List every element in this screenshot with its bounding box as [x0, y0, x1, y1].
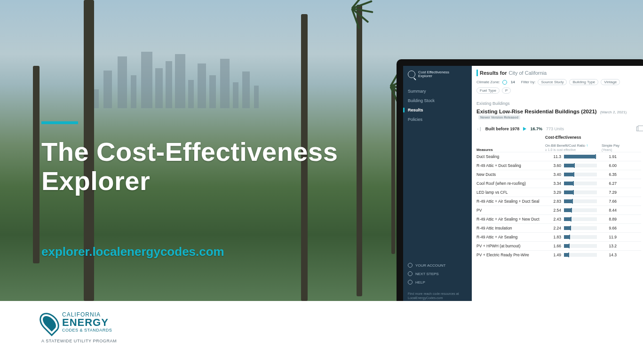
section-eyebrow: Existing Buildings — [476, 101, 641, 106]
chip-more[interactable]: P — [502, 87, 511, 94]
sidebar-link-help[interactable]: HELP — [408, 280, 467, 285]
section-title: Existing Low-Rise Residential Buildings … — [476, 109, 641, 120]
ratio-bar — [564, 173, 597, 176]
ratio-bar — [564, 164, 597, 167]
accent-tick — [476, 70, 478, 76]
sidebar-link-label: YOUR ACCOUNT — [415, 263, 445, 268]
ratio-value: 1.83 — [545, 235, 561, 239]
logo-line: CODES & STANDARDS — [62, 328, 112, 332]
app-screen: Cost Effectiveness Explorer Summary Buil… — [403, 66, 643, 301]
table-row[interactable]: PV2.548.44 — [476, 206, 641, 214]
slide-title: The Cost-Effectiveness Explorer — [41, 137, 338, 195]
section-date: (March 2, 2021) — [600, 110, 627, 114]
filter-bar: Climate Zone: 14 Filter by: Source Study… — [476, 79, 641, 94]
ratio-value: 2.43 — [545, 217, 561, 222]
sidebar-link-next-steps[interactable]: NEXT STEPS — [408, 271, 467, 276]
measure-name: R-49 Attic + Duct Sealing — [476, 163, 542, 168]
table-row[interactable]: R-49 Attic + Air Sealing1.8311.9 — [476, 232, 641, 241]
search-icon — [408, 71, 415, 78]
sidebar-link-account[interactable]: YOUR ACCOUNT — [408, 263, 467, 268]
table-row[interactable]: LED lamp vs CFL3.297.29 — [476, 188, 641, 197]
sidebar-link-label: NEXT STEPS — [415, 272, 439, 276]
table-row[interactable]: PV + HPWH (at burnout)1.6613.2 — [476, 241, 641, 250]
col-measures[interactable]: Measures — [476, 148, 542, 152]
table-row[interactable]: Cool Roof (when re-roofing)3.346.27 — [476, 179, 641, 188]
measure-name: R-49 Attic + Air Sealing — [476, 235, 542, 239]
laptop-mockup: Cost Effectiveness Explorer Summary Buil… — [397, 59, 643, 301]
measure-name: Cool Roof (when re-roofing) — [476, 181, 542, 186]
chip-vintage[interactable]: Vintage — [601, 79, 620, 85]
footer: CALIFORNIA ENERGY CODES & STANDARDS A ST… — [0, 301, 643, 364]
payback-value: 14.3 — [600, 253, 617, 257]
table-row[interactable]: R-49 Attic + Air Sealing + New Duct2.438… — [476, 214, 641, 223]
payback-value: 9.66 — [600, 226, 617, 230]
arrow-right-icon — [408, 271, 413, 276]
measure-name: Duct Sealing — [476, 154, 542, 159]
payback-value: 7.29 — [600, 190, 617, 195]
page-heading: Results for City of California — [476, 70, 641, 76]
sidebar-nav: Summary Building Stock Results Policies — [408, 89, 467, 122]
laptop-bezel: Cost Effectiveness Explorer Summary Buil… — [397, 59, 643, 301]
chip-fuel-type[interactable]: Fuel Type — [476, 87, 500, 94]
vintage-group-pct: 16.7% — [530, 127, 542, 131]
version-badge[interactable]: Newer Version Released — [478, 115, 520, 119]
app-brand: Cost Effectiveness Explorer — [408, 71, 467, 79]
col-group-cost-effectiveness: Cost-Effectiveness — [545, 135, 621, 140]
sidebar-item-summary[interactable]: Summary — [408, 89, 467, 94]
climate-zone-label: Climate Zone: — [476, 80, 500, 84]
chip-source-study[interactable]: Source Study — [538, 79, 567, 85]
ratio-value: 3.60 — [545, 163, 561, 168]
copy-icon[interactable] — [636, 127, 641, 131]
ratio-value: 1.49 — [545, 253, 561, 257]
table-row[interactable]: PV + Electric Ready Pre-Wire1.4914.3 — [476, 250, 641, 259]
hero-background: The Cost-Effectiveness Explorer explorer… — [0, 0, 643, 301]
climate-zone-value[interactable]: 14 — [511, 80, 515, 84]
title-line: Explorer — [41, 166, 150, 196]
measure-name: R-49 Attic Insulation — [476, 226, 542, 230]
col-payback[interactable]: Simple Pay (Years) — [602, 143, 621, 152]
vintage-group-units: 773 Units — [546, 127, 564, 131]
ratio-value: 2.54 — [545, 208, 561, 213]
section-title-text: Existing Low-Rise Residential Buildings … — [476, 109, 597, 114]
ratio-value: 3.34 — [545, 181, 561, 186]
ratio-value: 2.24 — [545, 226, 561, 230]
measure-name: LED lamp vs CFL — [476, 190, 542, 195]
footer-logo: CALIFORNIA ENERGY CODES & STANDARDS — [41, 311, 112, 334]
slide-url: explorer.localenergycodes.com — [41, 245, 224, 259]
palm-fronds — [343, 0, 381, 21]
results-city: City of California — [508, 70, 547, 76]
brand-line: Explorer — [418, 74, 432, 78]
play-icon[interactable] — [523, 127, 526, 131]
table-row[interactable]: R-49 Attic + Duct Sealing3.606.00 — [476, 161, 641, 170]
table-row[interactable]: Duct Sealing11.31.91 — [476, 152, 641, 161]
app-sidebar: Cost Effectiveness Explorer Summary Buil… — [403, 66, 472, 301]
measure-name: PV — [476, 208, 542, 213]
logo-line: ENERGY — [62, 318, 112, 328]
ratio-bar — [564, 182, 597, 185]
info-icon — [408, 280, 413, 285]
brand-text: Cost Effectiveness Explorer — [418, 71, 449, 79]
table-row[interactable]: New Ducts3.406.35 — [476, 170, 641, 179]
app-main: Results for City of California Climate Z… — [472, 66, 643, 301]
slide: The Cost-Effectiveness Explorer explorer… — [0, 0, 643, 364]
sidebar-item-policies[interactable]: Policies — [408, 117, 467, 122]
payback-value: 13.2 — [600, 244, 617, 248]
chip-building-type[interactable]: Building Type — [569, 79, 598, 85]
gear-icon — [408, 263, 413, 268]
sidebar-footer-link[interactable]: LocalEnergyCodes.com — [408, 296, 443, 300]
col-payback-sub: (Years) — [602, 148, 612, 151]
payback-value: 11.9 — [600, 235, 617, 239]
sidebar-item-results[interactable]: Results — [408, 108, 467, 112]
ratio-bar — [564, 199, 597, 203]
title-line: The Cost-Effectiveness — [41, 137, 338, 166]
collapse-icon[interactable]: -| — [476, 127, 482, 131]
ratio-bar — [564, 235, 597, 239]
table-row[interactable]: R-49 Attic + Air Sealing + Duct Seal2.83… — [476, 197, 641, 206]
col-ratio-sub: ≥ 1.0 is cost effective — [545, 148, 576, 151]
payback-value: 8.44 — [600, 208, 617, 213]
table-row[interactable]: R-49 Attic Insulation2.249.66 — [476, 223, 641, 232]
col-ratio[interactable]: On-Bill Benefit/Cost Ratio↑ ≥ 1.0 is cos… — [545, 143, 599, 152]
logo-text: CALIFORNIA ENERGY CODES & STANDARDS — [62, 311, 112, 332]
sidebar-link-label: HELP — [415, 280, 425, 285]
sidebar-item-building-stock[interactable]: Building Stock — [408, 98, 467, 103]
